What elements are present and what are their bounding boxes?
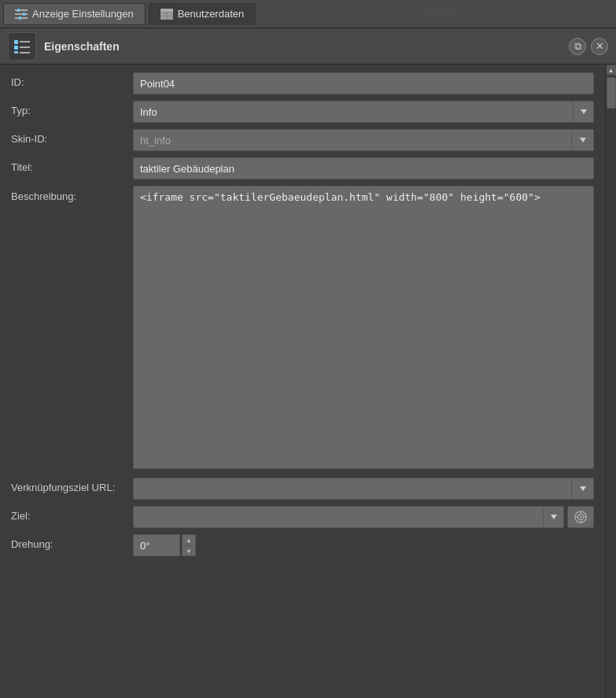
chevron-down-icon-3 xyxy=(578,484,588,493)
svg-rect-4 xyxy=(23,13,25,16)
drehung-label: Drehung: xyxy=(11,534,133,550)
header-title: Eigenschaften xyxy=(44,40,569,53)
svg-marker-20 xyxy=(580,486,586,491)
typ-label: Typ: xyxy=(11,101,133,116)
tab-bar: Anzeige Einstellungen Benutzerdaten · · … xyxy=(0,0,616,28)
svg-rect-7 xyxy=(160,9,173,12)
url-input[interactable] xyxy=(133,478,572,500)
drehung-spinner: ▲ ▼ xyxy=(182,534,196,556)
typ-row: Typ: Info xyxy=(11,101,594,123)
svg-marker-18 xyxy=(581,109,587,114)
restore-button[interactable]: ⧉ xyxy=(569,38,586,55)
tab-anzeige-einstellungen[interactable]: Anzeige Einstellungen xyxy=(3,3,146,25)
header-icon xyxy=(8,32,36,61)
typ-select[interactable]: Info xyxy=(133,101,574,123)
content-area: ID: Typ: Info Skin-ID: xyxy=(0,65,616,698)
table-icon xyxy=(160,9,173,20)
ziel-target-btn[interactable] xyxy=(567,506,594,528)
ziel-control xyxy=(133,506,594,528)
drehung-up-btn[interactable]: ▲ xyxy=(182,534,196,545)
chevron-down-icon-2 xyxy=(578,135,588,145)
svg-rect-11 xyxy=(168,17,173,20)
url-dropdown-btn[interactable] xyxy=(572,478,594,500)
header-buttons: ⧉ ✕ xyxy=(569,38,608,55)
ziel-row: Ziel: xyxy=(11,506,594,528)
titel-row: Titel: xyxy=(11,157,594,179)
svg-rect-3 xyxy=(17,9,20,12)
skin-id-row: Skin-ID: xyxy=(11,129,594,151)
url-control xyxy=(133,478,594,500)
drehung-wrapper: ▲ ▼ xyxy=(133,534,594,556)
typ-dropdown-btn[interactable] xyxy=(574,101,594,123)
drag-handle: · · · · · xyxy=(259,9,613,19)
id-input[interactable] xyxy=(133,72,594,94)
svg-point-24 xyxy=(580,516,582,519)
svg-rect-14 xyxy=(14,51,18,54)
ziel-input[interactable] xyxy=(133,506,544,528)
scroll-up-btn[interactable]: ▲ xyxy=(606,65,617,76)
ziel-wrapper xyxy=(133,506,594,528)
beschreibung-label: Beschreibung: xyxy=(11,186,133,202)
chevron-down-icon-4 xyxy=(549,512,559,522)
id-row: ID: xyxy=(11,72,594,94)
svg-rect-16 xyxy=(20,46,30,48)
properties-icon xyxy=(13,37,31,56)
beschreibung-control: <iframe src="taktilerGebaeudeplan.html" … xyxy=(133,186,594,471)
drehung-row: Drehung: ▲ ▼ xyxy=(11,534,594,556)
svg-rect-0 xyxy=(15,9,28,11)
scroll-thumb[interactable] xyxy=(607,77,616,109)
skin-id-dropdown-btn[interactable] xyxy=(572,129,594,151)
beschreibung-textarea[interactable]: <iframe src="taktilerGebaeudeplan.html" … xyxy=(133,186,594,469)
svg-rect-12 xyxy=(14,40,18,44)
svg-marker-21 xyxy=(551,515,557,519)
beschreibung-row: Beschreibung: <iframe src="taktilerGebae… xyxy=(11,186,594,471)
header: Eigenschaften ⧉ ✕ xyxy=(0,28,616,65)
ziel-dropdown-btn[interactable] xyxy=(544,506,564,528)
chevron-down-icon xyxy=(579,107,588,116)
svg-rect-13 xyxy=(14,46,18,50)
svg-rect-15 xyxy=(20,41,30,42)
svg-rect-5 xyxy=(19,17,21,20)
skin-id-label: Skin-ID: xyxy=(11,129,133,145)
target-icon xyxy=(574,510,588,524)
skin-id-wrapper xyxy=(133,129,594,151)
settings-icon xyxy=(15,9,28,20)
skin-id-input[interactable] xyxy=(133,129,572,151)
typ-control: Info xyxy=(133,101,594,123)
svg-rect-1 xyxy=(15,13,28,15)
tab-benutzer-label: Benutzerdaten xyxy=(178,8,245,20)
svg-marker-19 xyxy=(580,138,586,142)
svg-rect-17 xyxy=(20,52,30,54)
drehung-down-btn[interactable]: ▼ xyxy=(182,545,196,556)
drehung-control: ▲ ▼ xyxy=(133,534,594,556)
tab-benutzerdaten[interactable]: Benutzerdaten xyxy=(149,3,256,25)
ziel-select-wrapper xyxy=(133,506,564,528)
close-button[interactable]: ✕ xyxy=(591,38,608,55)
tab-anzeige-label: Anzeige Einstellungen xyxy=(32,8,134,20)
titel-label: Titel: xyxy=(11,157,133,173)
ziel-label: Ziel: xyxy=(11,506,133,522)
url-label: Verknüpfungsziel URL: xyxy=(11,478,133,493)
svg-rect-8 xyxy=(160,13,166,16)
skin-id-control xyxy=(133,129,594,151)
url-row: Verknüpfungsziel URL: xyxy=(11,478,594,500)
svg-rect-10 xyxy=(160,17,166,20)
form-area: ID: Typ: Info Skin-ID: xyxy=(0,65,605,698)
titel-input[interactable] xyxy=(133,157,594,179)
id-label: ID: xyxy=(11,72,133,88)
svg-rect-9 xyxy=(168,13,173,16)
titel-control xyxy=(133,157,594,179)
url-wrapper xyxy=(133,478,594,500)
id-control xyxy=(133,72,594,94)
drehung-input[interactable] xyxy=(133,534,180,556)
typ-select-wrapper: Info xyxy=(133,101,594,123)
scrollbar: ▲ xyxy=(605,65,616,698)
